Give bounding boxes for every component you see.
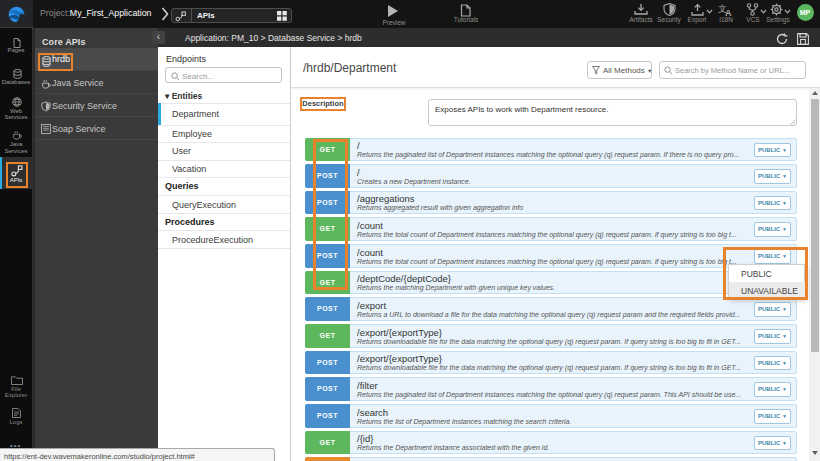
svg-text:A: A: [725, 8, 732, 16]
